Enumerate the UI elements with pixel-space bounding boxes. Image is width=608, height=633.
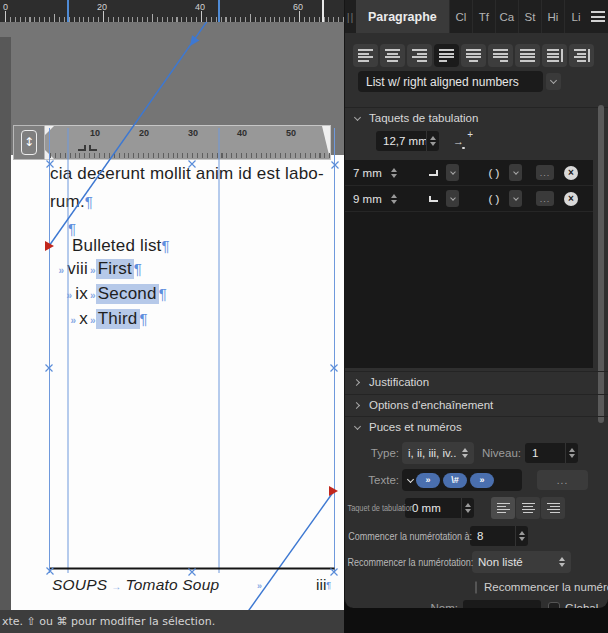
level-field[interactable]: 1 — [525, 443, 565, 463]
text-ruler-scale[interactable]: 10 20 30 40 50 — [45, 125, 331, 160]
tab-stop-marker-right[interactable] — [78, 145, 86, 151]
page[interactable] — [11, 155, 344, 610]
section-label: Options d'enchaînement — [369, 399, 493, 411]
tab-type-chevron-icon[interactable] — [446, 164, 459, 181]
tab-stop-row[interactable]: 7 mm ( ) ... × — [345, 160, 593, 186]
page-number-text: iii — [316, 576, 326, 593]
texte-more-button[interactable]: ... — [537, 470, 588, 490]
default-tab-field[interactable]: 12,7 mm — [376, 131, 426, 151]
tab-stop-value[interactable]: 7 mm — [345, 167, 387, 179]
alignment-button-group — [353, 44, 594, 67]
running-footer[interactable]: SOUPS → Tomato Soup — [52, 576, 219, 594]
text-ruler-label: 30 — [188, 128, 198, 138]
list-heading[interactable]: Bulleted list¶ — [72, 236, 170, 256]
text-ruler-label: 10 — [90, 128, 100, 138]
restart-number-row: Recommencer la numérotation: Non listé — [345, 550, 608, 574]
tab-stop-stepper[interactable] — [387, 194, 401, 204]
tab-more-button[interactable]: ... — [536, 191, 554, 206]
list-item[interactable]: »x »Third¶ — [50, 309, 148, 329]
add-tab-stop-icon[interactable]: →+ — [453, 133, 473, 149]
tab-hi[interactable]: Hi — [541, 0, 564, 33]
tab-token-pill[interactable]: » — [416, 473, 440, 488]
number-token-pill[interactable]: \# — [443, 473, 467, 488]
tab-stop-stepper[interactable] — [387, 168, 401, 178]
delete-tab-stop-button[interactable]: × — [564, 166, 578, 180]
align-toward-spine-button[interactable] — [542, 44, 567, 67]
text-ruler[interactable]: ↕ 10 20 30 40 50 — [13, 125, 331, 160]
justify-all-button[interactable] — [515, 44, 540, 67]
tab-paragraphe[interactable]: Paragraphe — [356, 0, 449, 33]
start-number-stepper[interactable] — [515, 526, 528, 546]
number-align-right-button[interactable] — [541, 497, 565, 519]
list-number: viii — [67, 259, 88, 279]
justify-center-button[interactable] — [461, 44, 486, 67]
tab-arrow: → — [111, 581, 121, 592]
align-away-from-spine-button[interactable] — [569, 44, 594, 67]
page-number[interactable]: iii¶ — [316, 576, 331, 594]
section-justification[interactable]: Justification — [345, 371, 608, 392]
indent-marker[interactable] — [45, 126, 54, 135]
chevron-right-icon — [352, 378, 359, 385]
number-align-center-button[interactable] — [516, 497, 540, 519]
tab-ca[interactable]: Ca — [495, 0, 518, 33]
tab-leader-value[interactable]: ( ) — [481, 167, 507, 179]
tab-type-chevron-icon[interactable] — [446, 190, 459, 207]
list-item[interactable]: »ix »Second¶ — [50, 284, 167, 304]
number-type-select[interactable]: i, ii, iii, iv... — [402, 442, 474, 464]
default-tab-stepper[interactable] — [426, 131, 439, 151]
align-left-button[interactable] — [353, 44, 378, 67]
text-line: Bulleted list — [72, 236, 162, 255]
app-window: 0 20 40 60 ↕ 10 20 30 40 50 — [0, 0, 608, 633]
delete-tab-stop-button[interactable]: × — [564, 192, 578, 206]
document-canvas[interactable]: 0 20 40 60 ↕ 10 20 30 40 50 — [0, 0, 344, 633]
restart-number-select[interactable]: Non listé — [472, 551, 571, 573]
tab-stop-value[interactable]: 9 mm — [345, 193, 387, 205]
tab-token-pill[interactable]: » — [470, 473, 494, 488]
restart-checkbox-row: Recommencer la numérotation — [345, 578, 608, 596]
tab-more-button[interactable]: ... — [536, 165, 554, 180]
text-ruler-ticks — [50, 153, 331, 158]
text-ruler-grip[interactable]: ↕ — [13, 125, 45, 160]
pilcrow-mark: ¶ — [159, 285, 167, 302]
restart-checkbox[interactable] — [475, 581, 477, 594]
list-text-field[interactable]: » \# » — [402, 469, 522, 491]
number-align-left-button[interactable] — [491, 497, 515, 519]
leader-chevron-icon[interactable] — [509, 164, 522, 181]
paragraph-text[interactable]: cia deserunt mollit anim id est labo- — [50, 164, 324, 184]
tab-tf[interactable]: Tf — [472, 0, 495, 33]
ruler-label: 40 — [195, 2, 205, 12]
level-stepper[interactable] — [565, 443, 578, 463]
pilcrow-mark: ¶ — [162, 237, 170, 254]
panel-drag-handle[interactable]: || — [345, 0, 356, 33]
panel-menu-icon[interactable] — [587, 0, 608, 33]
type-level-row: Type: i, ii, iii, iv... Niveau: 1 — [345, 441, 608, 465]
start-number-field[interactable]: 8 — [470, 526, 515, 546]
tab-stop-marker-left[interactable] — [89, 145, 97, 151]
preset-chevron-icon[interactable] — [546, 73, 561, 90]
leader-chevron-icon[interactable] — [509, 190, 522, 207]
section-flow-options[interactable]: Options d'enchaînement — [345, 394, 608, 415]
tab-li[interactable]: Li — [564, 0, 587, 33]
level-label: Niveau: — [482, 447, 521, 459]
tab-cl[interactable]: Cl — [449, 0, 472, 33]
justify-right-button[interactable] — [488, 44, 513, 67]
tab-stop-row[interactable]: 9 mm ( ) ... × — [345, 186, 593, 212]
section-tab-stops[interactable]: Taquets de tabulation — [345, 107, 608, 128]
pasteboard-edge — [0, 37, 11, 633]
section-bullets-numbers[interactable]: Puces et numéros — [345, 416, 608, 437]
chevron-down-icon[interactable] — [407, 475, 414, 482]
horizontal-ruler[interactable]: 0 20 40 60 — [0, 0, 344, 22]
number-tabstop-stepper[interactable] — [461, 498, 474, 518]
align-center-button[interactable] — [380, 44, 405, 67]
global-checkbox[interactable] — [548, 602, 560, 608]
tab-st[interactable]: St — [518, 0, 541, 33]
list-item[interactable]: »viii »First¶ — [50, 259, 142, 279]
paragraph-preset-select[interactable]: List w/ right aligned numbers — [358, 71, 543, 92]
ruler-label: 60 — [293, 2, 303, 12]
paragraph-text[interactable]: rum.¶ — [50, 192, 93, 212]
justify-left-button[interactable] — [434, 44, 459, 67]
name-field[interactable] — [463, 600, 541, 609]
type-label: Type: — [345, 447, 399, 459]
tab-leader-value[interactable]: ( ) — [481, 193, 507, 205]
align-right-button[interactable] — [407, 44, 432, 67]
